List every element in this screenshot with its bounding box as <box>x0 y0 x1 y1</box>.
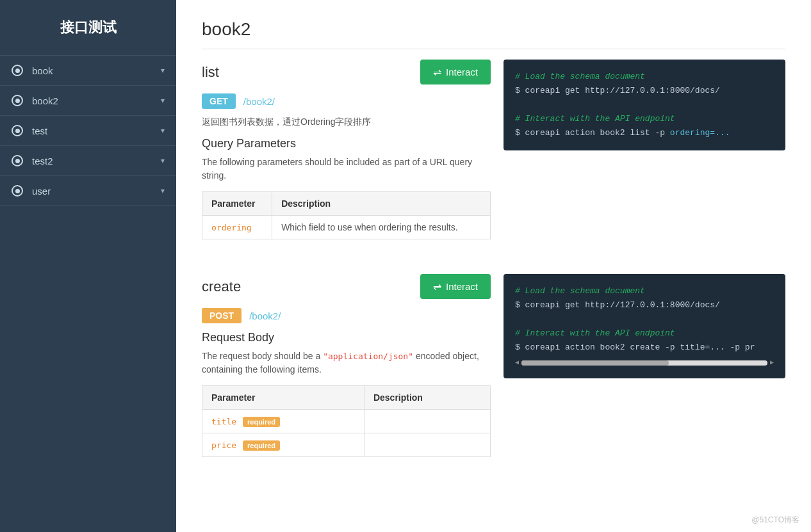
code-line-5: $ coreapi action book2 list -p ordering=… <box>515 126 774 140</box>
list-description: 返回图书列表数据，通过Ordering字段排序 <box>202 117 491 128</box>
sidebar-item-book2[interactable]: book2 ▾ <box>0 86 176 116</box>
scroll-right-arrow[interactable]: ▶ <box>770 357 774 368</box>
list-params-title: Query Parameters <box>202 137 491 150</box>
interact-icon: ⇌ <box>433 66 441 78</box>
table-row: title required <box>202 410 491 433</box>
list-interact-button[interactable]: ⇌ Interact <box>420 60 491 85</box>
create-inline-code: "application/json" <box>323 351 413 361</box>
create-request-body-title: Request Body <box>202 331 491 344</box>
param-name-cell: price required <box>202 433 365 457</box>
list-section-header: list ⇌ Interact <box>202 60 491 85</box>
sidebar: 接口测试 book ▾ book2 ▾ test ▾ test2 ▾ user … <box>0 0 176 532</box>
code-line-3 <box>515 312 774 326</box>
circle-icon <box>12 185 23 197</box>
create-section-title: create <box>202 278 420 295</box>
list-interact-label: Interact <box>446 67 478 77</box>
create-param-table: Parameter Description title required <box>202 385 491 457</box>
list-code-panel: # Load the schema document $ coreapi get… <box>504 60 785 150</box>
sidebar-item-user[interactable]: user ▾ <box>0 176 176 206</box>
param-name: title <box>211 417 236 426</box>
code-scrollbar[interactable]: ◀ ▶ <box>515 357 774 368</box>
param-required-badge: required <box>243 417 280 427</box>
create-left-panel: create ⇌ Interact POST /book2/ Request B… <box>202 274 491 466</box>
main-content: book2 list ⇌ Interact GET /book2/ 返回图书列表… <box>176 0 811 532</box>
circle-icon <box>12 125 23 136</box>
create-code-panel: # Load the schema document $ coreapi get… <box>504 274 785 378</box>
code-line-3 <box>515 98 774 112</box>
param-name-cell: title required <box>202 410 365 433</box>
param-name-cell: ordering <box>202 216 272 239</box>
code-line-4: # Interact with the API endpoint <box>515 112 774 126</box>
param-required-badge: required <box>243 440 280 451</box>
create-endpoint-path: /book2/ <box>249 310 281 321</box>
code-line-2: $ coreapi get http://127.0.0.1:8000/docs… <box>515 84 774 98</box>
section-list: list ⇌ Interact GET /book2/ 返回图书列表数据，通过O… <box>202 60 785 248</box>
param-desc-cell: Which field to use when ordering the res… <box>272 216 491 239</box>
create-method-row: POST /book2/ <box>202 308 491 323</box>
param-col-header-desc: Description <box>364 386 490 410</box>
table-row: ordering Which field to use when orderin… <box>202 216 491 239</box>
page-title: book2 <box>202 19 785 49</box>
scroll-thumb <box>521 360 669 366</box>
code-line-1: # Load the schema document <box>515 284 774 298</box>
param-col-header-name: Parameter <box>202 192 272 216</box>
scroll-track <box>521 360 767 366</box>
code-line-1: # Load the schema document <box>515 70 774 84</box>
list-section-title: list <box>202 64 420 81</box>
create-request-body-desc: The request body should be a "applicatio… <box>202 350 491 376</box>
list-param-table: Parameter Description ordering Which fie… <box>202 191 491 239</box>
create-desc-before: The request body should be a <box>202 351 323 361</box>
sidebar-title: 接口测试 <box>0 0 176 56</box>
create-section-header: create ⇌ Interact <box>202 274 491 299</box>
param-desc-cell <box>364 433 490 457</box>
section-create: create ⇌ Interact POST /book2/ Request B… <box>202 274 785 466</box>
code-line-4: # Interact with the API endpoint <box>515 326 774 341</box>
chevron-down-icon: ▾ <box>161 156 165 165</box>
sidebar-item-label: test <box>32 125 161 136</box>
list-endpoint-path: /book2/ <box>243 96 275 107</box>
list-content-with-code: list ⇌ Interact GET /book2/ 返回图书列表数据，通过O… <box>202 60 785 248</box>
create-interact-label: Interact <box>446 281 478 292</box>
create-interact-button[interactable]: ⇌ Interact <box>420 274 491 299</box>
chevron-down-icon: ▾ <box>161 186 165 195</box>
watermark: @51CTO博客 <box>751 515 799 526</box>
sidebar-item-label: book2 <box>32 95 161 106</box>
sidebar-item-label: book <box>32 65 161 76</box>
circle-icon <box>12 95 23 106</box>
create-content-with-code: create ⇌ Interact POST /book2/ Request B… <box>202 274 785 466</box>
param-col-header-name: Parameter <box>202 386 365 410</box>
circle-icon <box>12 65 23 76</box>
list-method-badge: GET <box>202 93 236 109</box>
chevron-down-icon: ▾ <box>161 66 165 75</box>
sidebar-item-label: user <box>32 186 161 197</box>
chevron-down-icon: ▾ <box>161 126 165 135</box>
code-line-5: $ coreapi action book2 create -p title=.… <box>515 341 774 355</box>
create-method-badge: POST <box>202 308 242 323</box>
sidebar-item-test2[interactable]: test2 ▾ <box>0 146 176 176</box>
param-name: price <box>211 440 236 450</box>
interact-icon: ⇌ <box>433 280 441 293</box>
table-row: price required <box>202 433 491 457</box>
param-col-header-desc: Description <box>272 192 491 216</box>
param-desc-cell <box>364 410 490 433</box>
chevron-down-icon: ▾ <box>161 96 165 105</box>
list-left-panel: list ⇌ Interact GET /book2/ 返回图书列表数据，通过O… <box>202 60 491 248</box>
circle-icon <box>12 155 23 166</box>
list-method-row: GET /book2/ <box>202 93 491 109</box>
scroll-left-arrow[interactable]: ◀ <box>515 357 519 368</box>
sidebar-item-book[interactable]: book ▾ <box>0 56 176 86</box>
list-params-desc: The following parameters should be inclu… <box>202 156 491 182</box>
code-line-2: $ coreapi get http://127.0.0.1:8000/docs… <box>515 298 774 312</box>
sidebar-item-label: test2 <box>32 156 161 166</box>
sidebar-item-test[interactable]: test ▾ <box>0 116 176 146</box>
param-name: ordering <box>211 223 252 232</box>
